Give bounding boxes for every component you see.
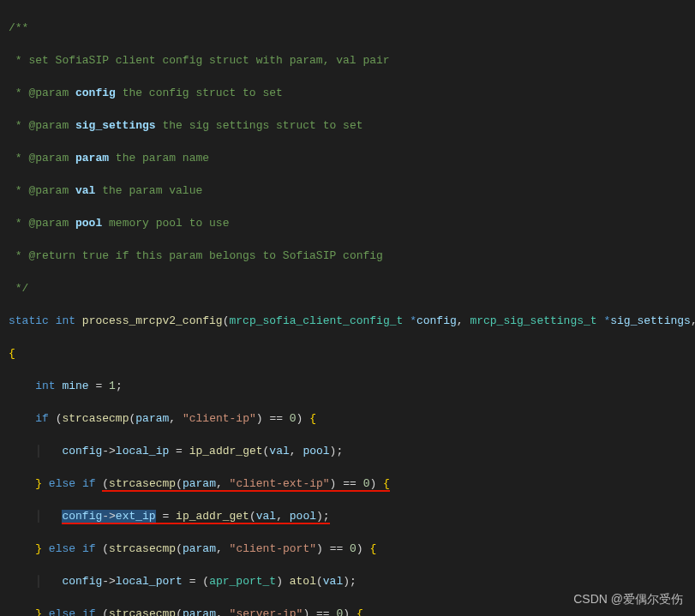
kw-static: static xyxy=(9,314,49,327)
kw-if: if xyxy=(82,607,96,616)
doc-param-name: val xyxy=(75,184,95,197)
doc-open: /** xyxy=(9,21,28,34)
kw-int: int xyxy=(56,314,75,327)
param-name: config xyxy=(416,314,457,327)
code-line: int mine = 1; xyxy=(9,378,695,394)
fn-call: atol xyxy=(290,575,316,588)
kw-else: else xyxy=(49,477,75,490)
fn-call: strcasecmp xyxy=(109,607,176,616)
arg: param xyxy=(183,477,216,490)
fn-call: strcasecmp xyxy=(109,542,176,555)
str: "client-port" xyxy=(230,542,316,555)
var: config xyxy=(62,445,102,458)
doc-param-tag: * @param xyxy=(9,184,75,197)
field: ext_ip xyxy=(116,510,156,523)
arg: pool xyxy=(303,445,329,458)
doc-param-desc: the config struct to set xyxy=(116,87,283,99)
doc-param-name: sig_settings xyxy=(75,119,156,132)
param-name: sig_settings xyxy=(610,314,691,327)
arg: val xyxy=(323,575,343,588)
field: local_port xyxy=(116,575,183,588)
doc-return-tag: * @return xyxy=(9,249,82,262)
code-line: │ config->ext_ip = ip_addr_get(val, pool… xyxy=(9,508,695,524)
selection: config->ext_ip xyxy=(62,510,155,523)
doc-param-name: pool xyxy=(75,217,102,230)
code-line: * @return true if this param belongs to … xyxy=(9,248,695,264)
code-line: * @param sig_settings the sig settings s… xyxy=(9,117,695,134)
doc-param-name: param xyxy=(75,152,109,164)
code-line: │ config->local_port = (apr_port_t) atol… xyxy=(9,573,695,589)
kw-if: if xyxy=(82,542,96,555)
kw-if: if xyxy=(82,477,96,490)
fn-call: ip_addr_get xyxy=(176,510,249,523)
doc-param-name: config xyxy=(75,87,116,99)
doc-param-tag: * @param xyxy=(9,119,75,132)
kw-else: else xyxy=(49,542,75,555)
doc-param-tag: * @param xyxy=(9,87,75,99)
doc-param-tag: * @param xyxy=(9,217,75,230)
str: "client-ip" xyxy=(183,412,256,425)
kw-int: int xyxy=(35,380,55,392)
code-line: { xyxy=(9,345,695,362)
code-line: * @param val the param value xyxy=(9,182,695,199)
str: "client-ext-ip" xyxy=(230,477,330,490)
doc-param-desc: the param name xyxy=(109,152,209,164)
code-line: if (strcasecmp(param, "client-ip") == 0)… xyxy=(9,410,695,427)
code-line: * @param pool memory pool to use xyxy=(9,215,695,231)
var: config xyxy=(62,575,102,588)
doc-param-desc: the param value xyxy=(95,184,202,197)
arg: param xyxy=(183,542,216,555)
code-line: static int process_mrcpv2_config(mrcp_so… xyxy=(9,313,695,329)
arg: val xyxy=(256,510,276,523)
kw-if: if xyxy=(35,412,49,425)
doc-param-desc: the sig settings struct to set xyxy=(156,119,363,132)
kw-else: else xyxy=(49,607,75,616)
code-editor[interactable]: /** * set SofiaSIP client config struct … xyxy=(0,0,695,616)
arg: val xyxy=(269,445,289,458)
doc-param-tag: * @param xyxy=(9,152,75,164)
num: 0 xyxy=(290,412,297,425)
code-line: │ config->local_ip = ip_addr_get(val, po… xyxy=(9,443,695,459)
arg: param xyxy=(135,412,169,425)
code-line: } else if (strcasecmp(param, "client-por… xyxy=(9,541,695,557)
str: "server-ip" xyxy=(230,607,303,616)
fn-name: process_mrcpv2_config xyxy=(82,314,223,327)
arg: pool xyxy=(290,510,316,523)
code-line: * @param config the config struct to set xyxy=(9,85,695,101)
fn-call: ip_addr_get xyxy=(189,445,263,458)
doc-param-desc: memory pool to use xyxy=(102,217,229,230)
doc-return-desc: true if this param belongs to SofiaSIP c… xyxy=(82,249,383,262)
var-mine: mine xyxy=(62,380,88,392)
code-line: * set SofiaSIP client config struct with… xyxy=(9,52,695,69)
code-line: * @param param the param name xyxy=(9,150,695,166)
code-line: */ xyxy=(9,280,695,296)
code-line: } else if (strcasecmp(param, "client-ext… xyxy=(9,475,695,492)
type-name: mrcp_sig_settings_t xyxy=(470,314,596,327)
type-name: apr_port_t xyxy=(209,575,276,588)
watermark: CSDN @爱偶尔受伤 xyxy=(573,591,683,607)
num: 0 xyxy=(350,542,356,555)
var: config xyxy=(62,510,102,523)
arg: param xyxy=(183,607,216,616)
type-name: mrcp_sofia_client_config_t xyxy=(229,314,403,327)
fn-call: strcasecmp xyxy=(109,477,176,490)
fn-call: strcasecmp xyxy=(62,412,129,425)
code-line: /** xyxy=(9,20,695,36)
doc-desc: * set SofiaSIP client config struct with… xyxy=(9,54,390,67)
num: 1 xyxy=(109,380,116,392)
doc-close: */ xyxy=(9,282,28,295)
field: local_ip xyxy=(116,445,169,458)
